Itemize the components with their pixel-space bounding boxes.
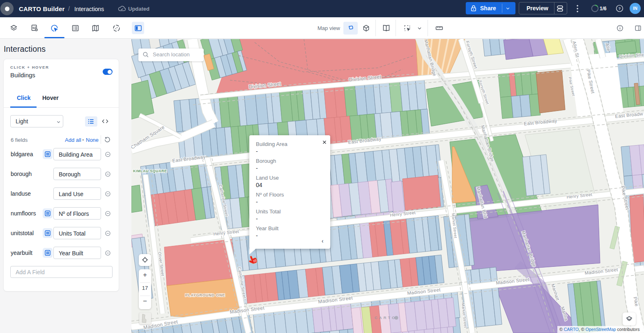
svg-text:KIMLAU SQUARE: KIMLAU SQUARE	[133, 169, 167, 173]
svg-text:CARTO: CARTO	[375, 315, 397, 320]
svg-text:?: ?	[619, 6, 621, 11]
svg-text:PLAYGROUND ONE: PLAYGROUND ONE	[185, 293, 225, 297]
